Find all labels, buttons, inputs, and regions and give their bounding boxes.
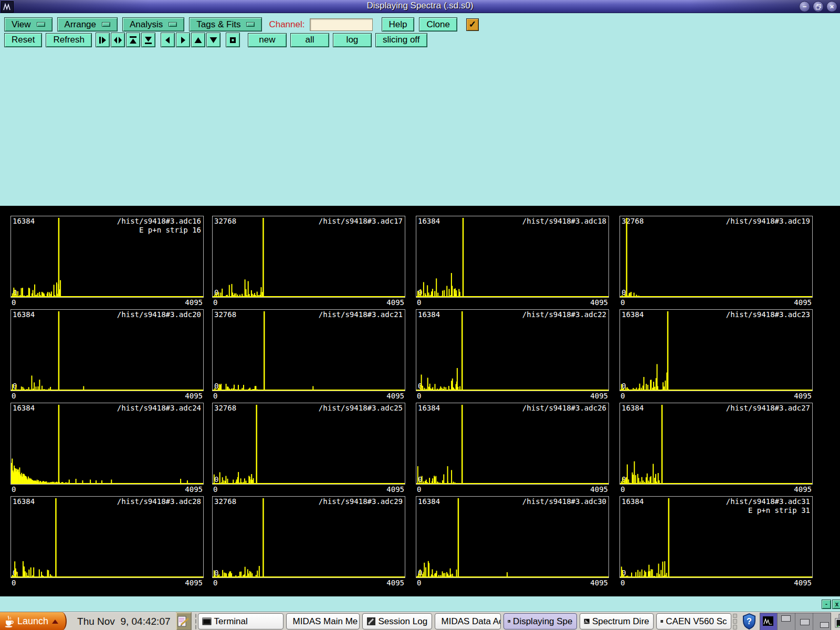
x-axis-labels: 04095 (10, 485, 204, 494)
spectrum-panel[interactable]: 16384/hist/s9418#3.adc16E p+n strip 160 (10, 216, 204, 298)
x-axis-labels: 04095 (620, 485, 813, 494)
iconified-window-controls: - x (822, 600, 840, 609)
slicing-off-button[interactable]: slicing off (375, 33, 427, 47)
x-min-label: 0 (621, 485, 625, 494)
mini-close-button[interactable]: x (832, 600, 840, 609)
x-min-label: 0 (213, 392, 217, 400)
menu-view[interactable]: View (4, 17, 52, 32)
nav-skip-start-button[interactable] (96, 33, 110, 47)
launch-button[interactable]: Launch (0, 612, 67, 630)
histogram-plot (620, 403, 812, 484)
spectrum-panel[interactable]: 16384/hist/s9418#3.adc260 (416, 403, 609, 485)
spectrum-panel[interactable]: 16384/hist/s9418#3.adc270 (620, 403, 813, 485)
nav-scroll-top-button[interactable] (126, 33, 140, 47)
pager-desktop-2[interactable] (778, 613, 795, 630)
terminal-icon (202, 617, 212, 626)
clone-button[interactable]: Clone (419, 17, 457, 32)
maximize-icon (816, 4, 821, 9)
nav-expand-horizontal-button[interactable] (111, 33, 125, 47)
all-button[interactable]: all (290, 33, 329, 47)
x-axis-labels: 04095 (416, 391, 609, 401)
taskbar-window-displaying-spe[interactable]: Displaying Spe (503, 613, 577, 629)
window-list-icon[interactable] (834, 614, 840, 629)
taskbar: Launch Thu Nov 9, 04:42:07 TerminalMIDAS… (0, 612, 840, 630)
full-view-button[interactable] (226, 33, 240, 47)
menu-analysis-label: Analysis (130, 19, 163, 30)
x-min-label: 0 (213, 485, 217, 494)
navigation-button-group (96, 33, 240, 47)
x-axis-labels: 04095 (416, 298, 609, 307)
nav-up-button[interactable] (191, 33, 205, 47)
close-button[interactable]: × (826, 1, 837, 12)
new-button-label: new (259, 35, 275, 45)
x-min-label: 0 (12, 485, 16, 494)
spectrum-panel[interactable]: 32768/hist/s9418#3.adc210 (212, 309, 405, 391)
x-max-label: 4095 (794, 392, 812, 400)
pager-window-thumbnail (820, 622, 829, 628)
svg-text:?: ? (747, 616, 752, 625)
pager-desktop-4[interactable] (813, 613, 831, 630)
taskbar-separator-handle[interactable] (195, 614, 196, 629)
menu-arrange[interactable]: Arrange (57, 17, 118, 32)
spectrum-panel[interactable]: 32768/hist/s9418#3.adc170 (212, 216, 405, 298)
log-button[interactable]: log (333, 33, 372, 47)
x-axis-labels: 04095 (212, 298, 405, 307)
histogram-plot (11, 403, 203, 484)
help-button-label: Help (389, 19, 407, 30)
menu-tags-fits[interactable]: Tags & Fits (189, 17, 262, 32)
x-axis-labels: 04095 (10, 578, 204, 587)
spectrum-panel[interactable]: 32768/hist/s9418#3.adc190 (620, 216, 813, 298)
reset-button[interactable]: Reset (4, 33, 42, 47)
mini-minimize-button[interactable]: - (822, 600, 831, 609)
pager-desktop-3[interactable] (795, 613, 813, 630)
help-shield-icon[interactable]: ? (741, 613, 757, 630)
new-button[interactable]: new (248, 33, 287, 47)
spectrum-panel[interactable]: 16384/hist/s9418#3.adc300 (416, 496, 609, 578)
x-max-label: 4095 (794, 579, 812, 587)
nav-left-button[interactable] (161, 33, 175, 47)
spectrum-panel[interactable]: 16384/hist/s9418#3.adc230 (620, 309, 813, 391)
taskbar-window-spectrum-dire[interactable]: Spectrum Dire (580, 613, 654, 629)
minimize-button[interactable]: − (799, 1, 810, 12)
x-axis-labels: 04095 (416, 485, 609, 494)
refresh-button[interactable]: Refresh (46, 33, 92, 47)
x-min-label: 0 (12, 392, 16, 400)
maximize-button[interactable] (813, 1, 824, 12)
help-button[interactable]: Help (382, 17, 415, 32)
nav-scroll-bottom-button[interactable] (141, 33, 155, 47)
spectrum-icon (508, 617, 511, 626)
spectrum-panel[interactable]: 16384/hist/s9418#3.adc180 (416, 216, 609, 298)
tray-separator-handle[interactable] (733, 614, 737, 629)
spectrum-panel[interactable]: 16384/hist/s9418#3.adc220 (416, 309, 609, 391)
taskbar-window-session-log[interactable]: Session Log (362, 613, 432, 629)
x-axis-labels: 04095 (620, 298, 813, 307)
channel-label: Channel: (269, 19, 304, 30)
notes-button[interactable] (176, 612, 192, 630)
taskbar-window-midas-main-me[interactable]: MIDAS Main Me (286, 613, 360, 629)
spectrum-panel[interactable]: 16384/hist/s9418#3.adc200 (10, 309, 204, 391)
active-desktop-thumbnail (763, 616, 773, 626)
spectrum-panel[interactable]: 32768/hist/s9418#3.adc290 (212, 496, 405, 578)
spectrum-panel[interactable]: 16384/hist/s9418#3.adc240 (10, 403, 204, 485)
taskbar-window-label: Displaying Spe (513, 616, 572, 627)
histogram-plot (620, 310, 812, 391)
nav-down-button[interactable] (206, 33, 220, 47)
taskbar-window-midas-data-ac[interactable]: MIDAS Data Ac (435, 613, 501, 629)
spectrum-icon (584, 617, 590, 626)
histogram-plot (416, 403, 608, 484)
nav-right-button[interactable] (176, 33, 190, 47)
menu-analysis[interactable]: Analysis (122, 17, 184, 32)
spectrum-panel[interactable]: 16384/hist/s9418#3.adc280 (10, 496, 204, 578)
pager-desktop-1[interactable] (760, 613, 778, 630)
spectrum-panel[interactable]: 32768/hist/s9418#3.adc250 (212, 403, 405, 485)
channel-input[interactable] (310, 18, 373, 31)
x-min-label: 0 (621, 579, 625, 587)
window-button-list: TerminalMIDAS Main MeSession LogMIDAS Da… (198, 613, 731, 629)
display-checkbox[interactable]: ✓ (466, 18, 479, 31)
spectrum-panel[interactable]: 16384/hist/s9418#3.adc31E p+n strip 310 (620, 496, 813, 578)
x-axis-labels: 04095 (212, 578, 405, 587)
taskbar-window-caen-v560-sc[interactable]: CAEN V560 Sc (656, 613, 731, 629)
close-icon: × (830, 3, 834, 10)
nav-skip-start-button-icon (98, 35, 108, 45)
taskbar-window-terminal[interactable]: Terminal (198, 613, 284, 629)
